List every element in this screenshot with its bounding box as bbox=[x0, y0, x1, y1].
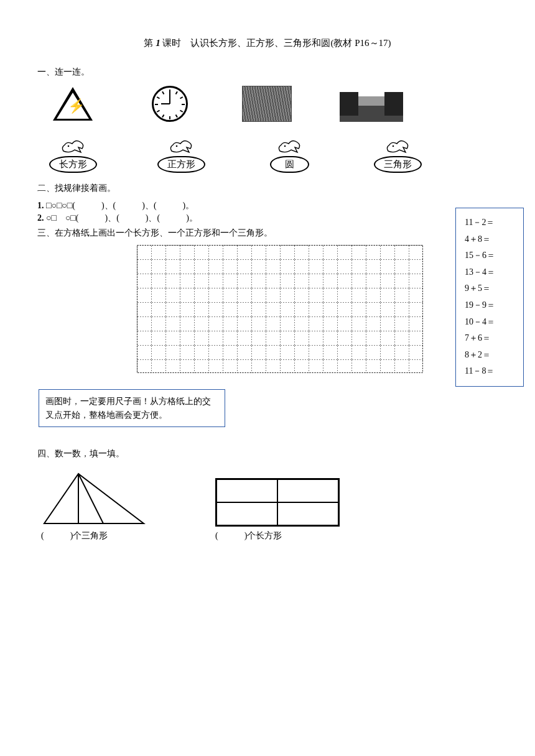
triangle-caption: ( )个三角形 bbox=[41, 530, 147, 542]
triangle-icon: ⚡ bbox=[53, 87, 93, 121]
pattern-1-body: □○□○□( )、( )、( )。 bbox=[46, 201, 194, 210]
section-3-heading: 三、在方格纸上画出一个长方形、一个正方形和一个三角形。 bbox=[37, 228, 498, 239]
section-4: 四、数一数，填一填。 ( )个三角形 ( )个长方形 bbox=[37, 448, 498, 542]
arith-item: 4＋8＝ bbox=[465, 231, 517, 248]
section-4-heading: 四、数一数，填一填。 bbox=[37, 448, 498, 459]
arithmetic-sidebar: 11－2＝ 4＋8＝ 15－6＝ 13－4＝ 9＋5＝ 19－9＝ 10－4＝ … bbox=[455, 208, 524, 387]
rectangle-figure: ( )个长方形 bbox=[215, 478, 340, 542]
item-number: 1. bbox=[37, 201, 44, 210]
arith-item: 15－6＝ bbox=[465, 247, 517, 264]
pattern-1: 1. □○□○□( )、( )、( )。 bbox=[37, 200, 498, 211]
label-square: 正方形 bbox=[147, 139, 215, 173]
bird-icon bbox=[168, 139, 194, 155]
rectangle-caption: ( )个长方形 bbox=[215, 530, 340, 542]
arith-item: 13－4＝ bbox=[465, 264, 517, 281]
svg-point-2 bbox=[284, 145, 286, 147]
item-number: 2. bbox=[37, 213, 44, 223]
label-triangle: 三角形 bbox=[363, 139, 432, 173]
image-row: ⚡ bbox=[46, 84, 498, 124]
section-2-heading: 二、找规律接着画。 bbox=[37, 183, 498, 194]
pattern-2-body: ○□ ○□( )、( )、( )。 bbox=[46, 213, 198, 223]
rect-grid bbox=[215, 478, 340, 527]
triangle-figure: ( )个三角形 bbox=[41, 471, 147, 542]
label-text-rectangle: 长方形 bbox=[49, 156, 97, 173]
tip-line-1: 画图时，一定要用尺子画！从方格纸上的交 bbox=[45, 395, 218, 408]
arith-item: 11－2＝ bbox=[465, 214, 517, 231]
section-1-heading: 一、连一连。 bbox=[37, 67, 498, 78]
arith-item: 19－9＝ bbox=[465, 297, 517, 314]
rectangle-photo-image bbox=[337, 84, 406, 124]
svg-point-1 bbox=[176, 145, 178, 147]
label-text-triangle: 三角形 bbox=[374, 156, 422, 173]
bird-icon bbox=[276, 139, 302, 155]
arith-item: 10－4＝ bbox=[465, 314, 517, 331]
arith-item: 11－8＝ bbox=[465, 363, 517, 380]
title-rest: 课时 认识长方形、正方形、三角形和圆(教材 P16～17) bbox=[162, 38, 391, 48]
square-photo-image bbox=[240, 84, 294, 124]
clock-image bbox=[143, 84, 197, 124]
lightning-icon: ⚡ bbox=[68, 98, 85, 114]
tip-line-2: 叉点开始，整格地画会更方便。 bbox=[45, 408, 218, 422]
label-rectangle: 长方形 bbox=[39, 139, 107, 173]
bird-icon bbox=[60, 139, 86, 155]
arith-item: 9＋5＝ bbox=[465, 280, 517, 297]
tip-box: 画图时，一定要用尺子画！从方格纸上的交 叉点开始，整格地画会更方便。 bbox=[39, 389, 225, 427]
title-prefix: 第 bbox=[144, 38, 153, 48]
label-text-circle: 圆 bbox=[270, 156, 309, 173]
svg-marker-6 bbox=[44, 474, 144, 523]
arith-item: 7＋6＝ bbox=[465, 330, 517, 347]
dashed-grid bbox=[137, 245, 423, 373]
warning-sign-image: ⚡ bbox=[46, 84, 100, 124]
clock-icon bbox=[152, 86, 188, 122]
svg-line-8 bbox=[78, 474, 103, 523]
svg-rect-4 bbox=[137, 245, 423, 373]
bird-icon bbox=[384, 139, 411, 155]
page-title: 第 1 课时 认识长方形、正方形、三角形和圆(教材 P16～17) bbox=[37, 37, 498, 49]
label-text-square: 正方形 bbox=[157, 156, 205, 173]
arith-item: 8＋2＝ bbox=[465, 347, 517, 364]
lesson-number: 1 bbox=[156, 38, 160, 48]
pattern-2: 2. ○□ ○□( )、( )、( )。 bbox=[37, 213, 498, 224]
pavement-photo bbox=[242, 86, 292, 122]
svg-point-0 bbox=[68, 145, 70, 147]
label-circle: 圆 bbox=[255, 139, 323, 173]
grid-area bbox=[137, 245, 430, 376]
waterfall-photo bbox=[340, 86, 403, 122]
svg-point-3 bbox=[393, 145, 394, 147]
shape-labels-row: 长方形 正方形 圆 三角形 bbox=[39, 139, 498, 173]
